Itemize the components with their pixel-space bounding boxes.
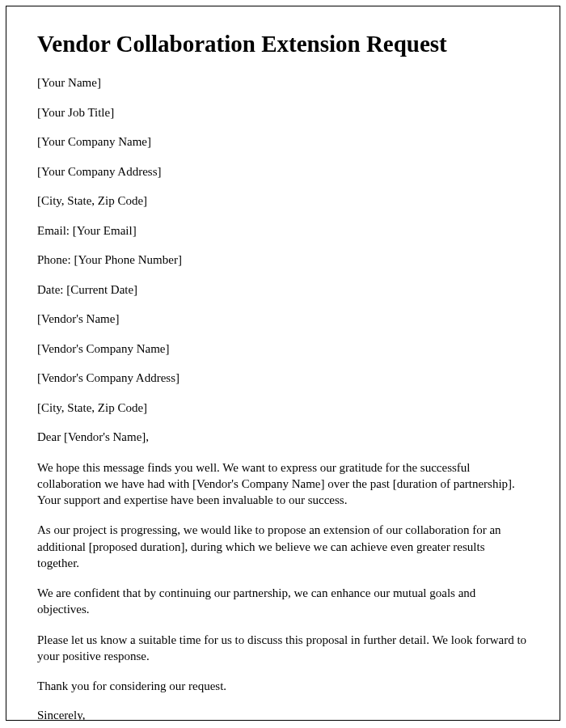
sender-job-title: [Your Job Title] (37, 105, 529, 121)
recipient-company-name: [Vendor's Company Name] (37, 341, 529, 358)
sender-email: Email: [Your Email] (37, 223, 529, 239)
sender-name: [Your Name] (37, 75, 529, 91)
recipient-city-state-zip: [City, State, Zip Code] (37, 400, 529, 417)
body-paragraph-1: We hope this message finds you well. We … (37, 459, 529, 509)
recipient-name: [Vendor's Name] (37, 311, 529, 328)
sign-off: Sincerely, (37, 708, 529, 721)
document-title: Vendor Collaboration Extension Request (37, 31, 529, 57)
body-paragraph-5: Thank you for considering our request. (37, 678, 529, 694)
salutation: Dear [Vendor's Name], (37, 430, 529, 446)
sender-city-state-zip: [City, State, Zip Code] (37, 193, 529, 210)
document-page: Vendor Collaboration Extension Request [… (6, 6, 560, 721)
body-paragraph-2: As our project is progressing, we would … (37, 522, 529, 571)
body-paragraph-3: We are confident that by continuing our … (37, 585, 529, 618)
sender-phone: Phone: [Your Phone Number] (37, 252, 529, 269)
body-paragraph-4: Please let us know a suitable time for u… (37, 632, 529, 665)
recipient-company-address: [Vendor's Company Address] (37, 370, 529, 387)
sender-company-name: [Your Company Name] (37, 134, 529, 150)
date-line: Date: [Current Date] (37, 282, 529, 298)
sender-company-address: [Your Company Address] (37, 164, 529, 180)
